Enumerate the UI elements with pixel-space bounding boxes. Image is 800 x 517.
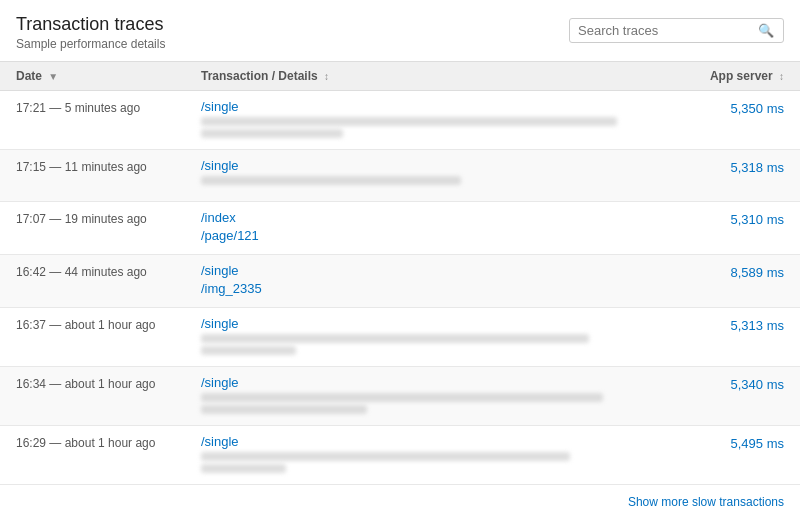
col-header-appserver: App server ↕ [674,69,784,83]
col-header-date: Date ▼ [16,69,201,83]
page-title: Transaction traces [16,14,165,35]
sort-icon-appserver[interactable]: ↕ [779,71,784,82]
search-icon: 🔍 [758,23,774,38]
blurred-detail [201,117,617,126]
transaction-link[interactable]: /single [201,316,674,331]
page-header: Transaction traces Sample performance de… [0,0,800,61]
cell-transaction: /single /img_2335 [201,263,674,299]
cell-date: 17:07 — 19 minutes ago [16,210,201,226]
cell-transaction: /single [201,316,674,358]
cell-date: 17:21 — 5 minutes ago [16,99,201,115]
cell-transaction: /single [201,434,674,476]
blurred-detail [201,346,296,355]
footer-area: Show more slow transactions [0,485,800,517]
sort-icon-date[interactable]: ▼ [48,71,58,82]
table-row: 17:15 — 11 minutes ago /single 5,318 ms [0,150,800,202]
transaction-link[interactable]: /single [201,158,674,173]
cell-transaction: /single [201,99,674,141]
transaction-link[interactable]: /single [201,434,674,449]
blurred-detail [201,464,286,473]
transaction-link[interactable]: /index [201,210,674,225]
cell-duration: 5,340 ms [674,375,784,392]
blurred-detail [201,452,570,461]
traces-table: Date ▼ Transaction / Details ↕ App serve… [0,61,800,485]
transaction-link[interactable]: /single [201,263,674,278]
cell-duration: 5,350 ms [674,99,784,116]
blurred-detail [201,405,367,414]
search-box[interactable]: 🔍 [569,18,784,43]
table-row: 16:34 — about 1 hour ago /single 5,340 m… [0,367,800,426]
col-header-transaction: Transaction / Details ↕ [201,69,674,83]
cell-duration: 5,495 ms [674,434,784,451]
transaction-link-secondary[interactable]: /page/121 [201,228,674,243]
blurred-detail [201,176,461,185]
cell-transaction: /single [201,375,674,417]
table-row: 16:29 — about 1 hour ago /single 5,495 m… [0,426,800,485]
page-subtitle: Sample performance details [16,37,165,51]
transaction-link[interactable]: /single [201,375,674,390]
table-header: Date ▼ Transaction / Details ↕ App serve… [0,62,800,91]
transaction-link-secondary[interactable]: /img_2335 [201,281,674,296]
blurred-detail [201,129,343,138]
blurred-detail [201,393,603,402]
table-row: 16:37 — about 1 hour ago /single 5,313 m… [0,308,800,367]
cell-date: 16:34 — about 1 hour ago [16,375,201,391]
table-row: 16:42 — 44 minutes ago /single /img_2335… [0,255,800,308]
cell-duration: 8,589 ms [674,263,784,280]
table-row: 17:07 — 19 minutes ago /index /page/121 … [0,202,800,255]
cell-date: 16:29 — about 1 hour ago [16,434,201,450]
search-input[interactable] [578,23,758,38]
cell-date: 16:42 — 44 minutes ago [16,263,201,279]
show-more-link[interactable]: Show more slow transactions [628,495,784,509]
sort-icon-transaction[interactable]: ↕ [324,71,329,82]
cell-duration: 5,310 ms [674,210,784,227]
transaction-link[interactable]: /single [201,99,674,114]
cell-date: 16:37 — about 1 hour ago [16,316,201,332]
title-block: Transaction traces Sample performance de… [16,14,165,51]
cell-duration: 5,318 ms [674,158,784,175]
cell-duration: 5,313 ms [674,316,784,333]
table-row: 17:21 — 5 minutes ago /single 5,350 ms [0,91,800,150]
cell-transaction: /index /page/121 [201,210,674,246]
cell-date: 17:15 — 11 minutes ago [16,158,201,174]
blurred-detail [201,334,589,343]
cell-transaction: /single [201,158,674,188]
